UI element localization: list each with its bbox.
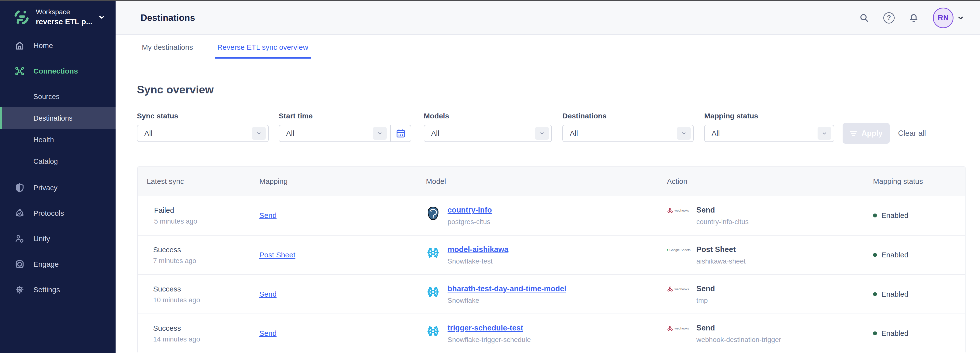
mapping-link[interactable]: Post Sheet: [259, 251, 296, 259]
tab-reverse-etl-sync-overview[interactable]: Reverse ETL sync overview: [215, 35, 311, 60]
sidebar-item-protocols[interactable]: Protocols: [0, 201, 116, 226]
chevron-down-icon: [677, 127, 691, 140]
table-row: Success 10 minutes ago Send: [138, 274, 965, 313]
search-icon[interactable]: [858, 12, 870, 24]
model-source: Snowflake-trigger-schedule: [447, 336, 531, 344]
sidebar-item-health[interactable]: Health: [0, 129, 116, 150]
sidebar-item-label: Protocols: [33, 209, 64, 217]
table-row: Failed 5 minutes ago Send co: [138, 196, 965, 235]
table-row: Success 14 minutes ago Send: [138, 313, 965, 353]
chevron-down-icon: [535, 127, 549, 140]
sidebar-item-label: Unify: [33, 234, 50, 243]
mapping-link[interactable]: Send: [259, 211, 277, 219]
sidebar-item-label: Privacy: [33, 184, 57, 192]
filter-label-models: Models: [424, 112, 552, 120]
sync-status: Success: [153, 324, 200, 333]
destination-brand-label: Google Sheets: [669, 248, 690, 252]
mapping-status-value: Enabled: [881, 329, 908, 337]
sidebar-item-catalog[interactable]: Catalog: [0, 150, 116, 172]
filter-label-destinations: Destinations: [562, 112, 694, 120]
filter-label-mapping-status: Mapping status: [704, 112, 834, 120]
sidebar-item-label: Settings: [33, 286, 60, 294]
sync-time: 14 minutes ago: [153, 336, 200, 343]
google-sheets-icon: [667, 247, 668, 253]
calendar-icon-button[interactable]: [390, 125, 411, 141]
sync-status: Failed: [154, 206, 197, 215]
sync-status: Success: [153, 284, 200, 294]
window-top-edge: [0, 0, 980, 1]
protocols-icon: [14, 208, 25, 218]
mapping-link[interactable]: Send: [259, 290, 277, 298]
sidebar-item-privacy[interactable]: Privacy: [0, 175, 116, 201]
filter-label-sync-status: Sync status: [137, 112, 269, 120]
action-destination: aishikawa-sheet: [696, 257, 746, 265]
sidebar-item-connections[interactable]: Connections: [0, 59, 116, 84]
column-mapping-status: Mapping status: [873, 177, 965, 185]
action-name: Send: [696, 205, 749, 215]
start-time-select[interactable]: All: [279, 125, 411, 142]
sync-time: 7 minutes ago: [153, 257, 196, 265]
chevron-down-icon: [818, 127, 831, 140]
mapping-status-value: Enabled: [881, 251, 908, 259]
sidebar-item-engage[interactable]: Engage: [0, 252, 116, 277]
action-destination: webhook-destination-trigger: [696, 336, 781, 344]
sidebar-item-settings[interactable]: Settings: [0, 277, 116, 302]
action-name: Send: [696, 323, 781, 333]
model-link[interactable]: country-info: [447, 206, 492, 214]
workspace-switcher[interactable]: Workspace reverse ETL p...: [0, 1, 116, 33]
home-icon: [14, 40, 25, 51]
user-menu[interactable]: RN: [933, 8, 964, 28]
workspace-name: reverse ETL p...: [36, 17, 92, 26]
help-icon[interactable]: ?: [883, 12, 895, 24]
content: Sync overview Sync status All Start time…: [116, 60, 980, 353]
column-action: Action: [667, 177, 873, 185]
sidebar-item-destinations[interactable]: Destinations: [0, 108, 116, 129]
snowflake-icon: [426, 324, 440, 338]
notifications-bell-icon[interactable]: [908, 12, 920, 24]
model-source: postgres-citus: [447, 218, 492, 226]
mapping-status-value: Enabled: [881, 211, 908, 220]
clear-all-link[interactable]: Clear all: [898, 129, 926, 138]
sync-status-select[interactable]: All: [137, 125, 269, 142]
sync-overview-table: Latest sync Mapping Model Action Mapping…: [137, 166, 966, 353]
filter-label-start-time: Start time: [279, 112, 411, 120]
page-title: Destinations: [141, 13, 195, 23]
connections-icon: [14, 66, 25, 76]
action-destination: country-info-citus: [696, 218, 749, 226]
gear-icon: [14, 284, 25, 295]
avatar[interactable]: RN: [933, 8, 953, 28]
filter-bar: Sync status All Start time All: [137, 112, 980, 142]
chevron-down-icon: [252, 127, 266, 140]
sync-time: 5 minutes ago: [154, 217, 197, 225]
mapping-status-value: Enabled: [881, 290, 908, 298]
calendar-icon: [396, 128, 406, 139]
rudderstack-logo-icon: [14, 9, 29, 25]
postgresql-icon: [426, 206, 440, 220]
models-select[interactable]: All: [424, 125, 552, 142]
snowflake-icon: [426, 285, 440, 299]
model-link[interactable]: trigger-schedule-test: [447, 324, 523, 332]
destination-brand-label: webhooks: [675, 287, 689, 291]
model-source: Snowflake-test: [447, 257, 508, 265]
user-gear-icon: [14, 233, 25, 244]
model-link[interactable]: bharath-test-day-and-time-model: [447, 284, 566, 293]
chevron-down-icon: [98, 13, 106, 21]
apply-button[interactable]: Apply: [843, 123, 890, 144]
model-link[interactable]: model-aishikawa: [447, 245, 508, 254]
mapping-link[interactable]: Send: [259, 329, 277, 337]
destinations-select[interactable]: All: [562, 125, 694, 142]
sync-time: 10 minutes ago: [153, 296, 200, 304]
snowflake-icon: [426, 245, 440, 260]
chevron-down-icon: [957, 14, 964, 22]
tab-my-destinations[interactable]: My destinations: [139, 35, 195, 60]
action-name: Post Sheet: [696, 245, 746, 255]
sidebar-item-unify[interactable]: Unify: [0, 226, 116, 252]
sync-status: Success: [153, 245, 196, 255]
sidebar-item-home[interactable]: Home: [0, 33, 116, 59]
top-header: Destinations ? RN: [116, 1, 980, 35]
table-row: Success 7 minutes ago Post Sheet: [138, 235, 965, 274]
failed-status-icon: [147, 207, 148, 212]
sidebar-item-sources[interactable]: Sources: [0, 86, 116, 108]
mapping-status-select[interactable]: All: [704, 125, 834, 142]
shield-icon: [14, 182, 25, 193]
